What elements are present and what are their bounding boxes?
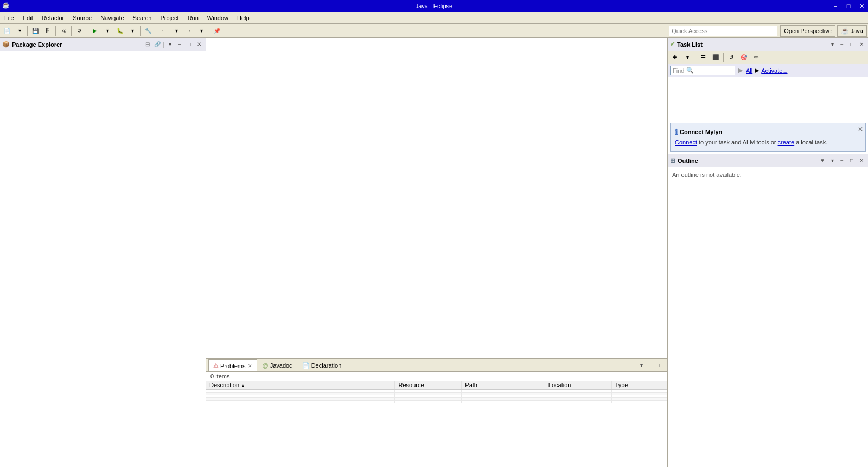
bottom-panel-minimize-btn[interactable]: − [647, 361, 655, 370]
toolbar-back-btn[interactable]: ← [158, 25, 170, 37]
bottom-panel: ⚠ Problems ✕ @ Javadoc 📄 Declaration ▾ − [206, 358, 667, 467]
outline-maximize[interactable]: □ [847, 156, 856, 165]
editor-area[interactable] [206, 38, 667, 358]
problems-table-container[interactable]: Description ▲ Resource Path Location [206, 381, 667, 463]
toolbar-fwd-btn[interactable]: → [183, 25, 195, 37]
menu-project[interactable]: Project [156, 14, 183, 22]
task-arrow: ▶ [755, 67, 759, 74]
toolbar-run-btn[interactable]: ▶ [89, 25, 101, 37]
menu-refactor[interactable]: Refactor [37, 14, 69, 22]
java-perspective-icon: ☕ [841, 27, 849, 35]
restore-button[interactable]: □ [842, 0, 855, 12]
package-explorer-minimize-btn[interactable]: − [175, 40, 184, 49]
package-explorer-link-btn[interactable]: 🔗 [153, 40, 162, 49]
quick-access-input[interactable] [672, 28, 775, 34]
toolbar-refresh-btn[interactable]: ↺ [73, 25, 85, 37]
task-new-btn[interactable]: ✚ [669, 52, 681, 64]
mylyn-connect-link[interactable]: Connect [675, 139, 697, 146]
outline-close[interactable]: ✕ [857, 156, 866, 165]
menu-run[interactable]: Run [183, 14, 203, 22]
toolbar-save-all-btn[interactable]: 🗄 [42, 25, 54, 37]
mylyn-create-link[interactable]: create [778, 139, 795, 146]
task-focus[interactable]: 🎯 [738, 52, 750, 64]
task-show-all[interactable]: ☰ [697, 52, 709, 64]
tab-problems[interactable]: ⚠ Problems ✕ [208, 359, 257, 371]
menu-help[interactable]: Help [233, 14, 254, 22]
menu-navigate[interactable]: Navigate [96, 14, 128, 22]
toolbar-back-dd[interactable]: ▾ [170, 25, 182, 37]
problems-tab-close[interactable]: ✕ [248, 363, 252, 369]
outline-collapse-btn[interactable]: ▼ [818, 156, 827, 165]
package-explorer-controls: ⊟ 🔗 | ▾ − □ ✕ [143, 40, 203, 49]
task-activate-link[interactable]: Activate... [761, 67, 787, 74]
connect-mylyn-title: ℹ Connect Mylyn [675, 128, 861, 136]
toolbar-ext-tools[interactable]: 🔧 [142, 25, 154, 37]
col-description[interactable]: Description ▲ [206, 381, 395, 390]
task-sync[interactable]: ↺ [725, 52, 737, 64]
toolbar-sep-2 [55, 26, 56, 36]
java-perspective-label: Java [851, 28, 863, 34]
toolbar-new-btn[interactable]: 📄 [1, 25, 13, 37]
package-explorer-content [0, 51, 206, 467]
connect-mylyn-close[interactable]: ✕ [858, 125, 863, 133]
toolbar-sep-1 [27, 26, 28, 36]
menu-file[interactable]: File [0, 14, 18, 22]
task-list-close[interactable]: ✕ [857, 40, 866, 49]
toolbar-debug-btn[interactable]: 🐛 [114, 25, 126, 37]
toolbar-new-dd[interactable]: ▾ [14, 25, 25, 37]
connect-mylyn-panel: ℹ Connect Mylyn ✕ Connect to your task a… [670, 123, 866, 152]
bottom-panel-view-menu-btn[interactable]: ▾ [637, 361, 646, 370]
package-explorer-header: 📦 Package Explorer ⊟ 🔗 | ▾ − □ ✕ [0, 38, 206, 51]
outline-empty-message: An outline is not available. [668, 167, 868, 182]
table-row [206, 401, 667, 403]
bottom-panel-maximize-btn[interactable]: □ [656, 361, 665, 370]
menu-window[interactable]: Window [203, 14, 233, 22]
task-search-sep: ▶ [738, 67, 743, 74]
task-list-maximize[interactable]: □ [847, 40, 856, 49]
task-search-icon: 🔍 [686, 67, 694, 74]
menu-edit[interactable]: Edit [18, 14, 37, 22]
tab-javadoc[interactable]: @ Javadoc [257, 359, 297, 371]
package-explorer-collapse-btn[interactable]: ⊟ [143, 40, 152, 49]
col-location[interactable]: Location [545, 381, 611, 390]
java-perspective-button[interactable]: ☕ Java [837, 25, 867, 37]
toolbar-sep-7 [209, 26, 209, 36]
close-button[interactable]: ✕ [855, 0, 868, 12]
task-list-view-menu[interactable]: ▾ [828, 40, 837, 49]
open-perspective-button[interactable]: Open Perspective [780, 25, 835, 37]
task-new-dd[interactable]: ▾ [681, 52, 693, 64]
task-search-input[interactable]: Find 🔍 [670, 66, 735, 75]
javadoc-icon: @ [262, 362, 268, 369]
task-list-content [668, 77, 868, 121]
connect-mylyn-text: Connect to your task and ALM tools or cr… [675, 138, 861, 147]
task-list-header: ✔ Task List ▾ − □ ✕ [668, 38, 868, 51]
col-resource[interactable]: Resource [395, 381, 462, 390]
col-path[interactable]: Path [462, 381, 545, 390]
task-list-controls: ▾ − □ ✕ [828, 40, 866, 49]
minimize-button[interactable]: − [829, 0, 842, 12]
toolbar-sep-4 [87, 26, 87, 36]
outline-view-menu[interactable]: ▾ [828, 156, 837, 165]
sort-arrow-description: ▲ [241, 383, 245, 388]
task-all-link[interactable]: All [746, 67, 752, 74]
menu-source[interactable]: Source [68, 14, 96, 22]
toolbar-pin-btn[interactable]: 📌 [211, 25, 223, 37]
col-type[interactable]: Type [611, 381, 667, 390]
outline-minimize[interactable]: − [838, 156, 846, 165]
problems-table: Description ▲ Resource Path Location [206, 381, 667, 403]
task-list-minimize[interactable]: − [838, 40, 846, 49]
toolbar-debug-dd[interactable]: ▾ [126, 25, 138, 37]
menu-search[interactable]: Search [129, 14, 156, 22]
toolbar-print-btn[interactable]: 🖨 [58, 25, 69, 37]
task-edit[interactable]: ✏ [750, 52, 762, 64]
package-explorer-icon: 📦 [2, 41, 10, 48]
package-explorer-close-btn[interactable]: ✕ [195, 40, 203, 49]
package-explorer-view-menu-btn[interactable]: ▾ [165, 40, 174, 49]
toolbar-fwd-dd[interactable]: ▾ [195, 25, 207, 37]
toolbar-run-dd[interactable]: ▾ [101, 25, 113, 37]
package-explorer-maximize-btn[interactable]: □ [185, 40, 194, 49]
task-list-icon: ✔ [670, 41, 675, 48]
toolbar-save-btn[interactable]: 💾 [29, 25, 41, 37]
tab-declaration[interactable]: 📄 Declaration [297, 359, 347, 371]
task-filter[interactable]: ⬛ [710, 52, 722, 64]
